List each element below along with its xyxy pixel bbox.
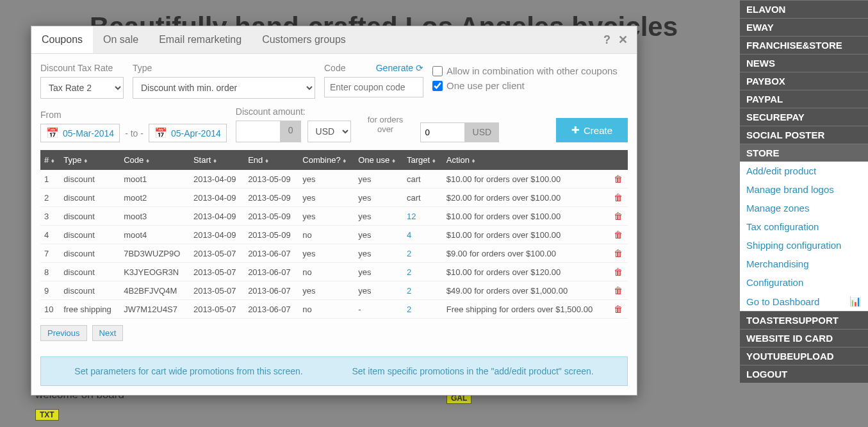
cell-start: 2013-05-07 xyxy=(190,244,244,263)
col-target[interactable]: Target ♦ xyxy=(403,150,443,170)
cell-target[interactable]: 2 xyxy=(403,244,443,263)
sidebar-item-socialposter[interactable]: SOCIAL POSTER xyxy=(740,126,868,144)
allow-combo-check[interactable]: Allow in combination with other coupons xyxy=(432,65,618,76)
sidebar-item-youtubeupload[interactable]: YOUTUBEUPLOAD xyxy=(740,347,868,365)
table-row: 4discountmoot42013-04-092013-05-09noyes4… xyxy=(40,226,628,244)
cell-target[interactable]: 2 xyxy=(403,281,443,300)
sidebar-item-websiteidcard[interactable]: WEBSITE ID CARD xyxy=(740,329,868,347)
amount-input[interactable] xyxy=(236,121,281,142)
sidebar-sub-addeditproduct[interactable]: Add/edit product xyxy=(740,162,868,180)
close-icon[interactable]: ✕ xyxy=(618,33,628,47)
sidebar-item-logout[interactable]: LOGOUT xyxy=(740,365,868,383)
tax-rate-select[interactable]: Tax Rate 2 xyxy=(40,77,124,99)
from-date-input[interactable]: 📅05-Mar-2014 xyxy=(40,124,120,142)
cell-n: 7 xyxy=(40,244,60,263)
sidebar-item-toastersupport[interactable]: TOASTERSUPPORT xyxy=(740,311,868,329)
delete-button[interactable]: 🗑 xyxy=(610,263,628,281)
tab-coupons[interactable]: Coupons xyxy=(31,26,93,53)
sidebar-item-eway[interactable]: EWAY xyxy=(740,18,868,36)
table-row: 7discount7BD3WUZP9O2013-05-072013-06-07y… xyxy=(40,244,628,263)
cell-target[interactable]: 2 xyxy=(403,263,443,281)
cell-one: yes xyxy=(354,188,403,207)
from-label: From xyxy=(40,110,227,120)
type-select[interactable]: Discount with min. order xyxy=(133,77,315,99)
col-end[interactable]: End ♦ xyxy=(244,150,299,170)
tab-email-remarketing[interactable]: Email remarketing xyxy=(149,26,252,53)
col-combine[interactable]: Combine? ♦ xyxy=(299,150,354,170)
cell-target[interactable]: 4 xyxy=(403,226,443,244)
next-button[interactable]: Next xyxy=(92,325,124,341)
col-start[interactable]: Start ♦ xyxy=(190,150,244,170)
cell-n: 3 xyxy=(40,207,60,226)
sidebar-sub-managebrandlogos[interactable]: Manage brand logos xyxy=(740,180,868,199)
cell-type: discount xyxy=(60,281,120,300)
sidebar-sub-taxconfiguration[interactable]: Tax configuration xyxy=(740,217,868,236)
col-action[interactable]: Action ♦ xyxy=(443,150,610,170)
cell-end: 2013-06-07 xyxy=(244,281,299,300)
cell-target: cart xyxy=(403,188,443,207)
cell-start: 2013-05-07 xyxy=(190,300,244,319)
sidebar-sub-configuration[interactable]: Configuration xyxy=(740,273,868,292)
over-input[interactable] xyxy=(420,122,465,142)
cell-type: free shipping xyxy=(60,300,120,319)
delete-button[interactable]: 🗑 xyxy=(610,226,628,244)
create-button[interactable]: ✚Create xyxy=(556,118,628,142)
sidebar-item-securepay[interactable]: SECUREPAY xyxy=(740,108,868,126)
cell-code: 4B2BFJVQ4M xyxy=(120,281,190,300)
prev-button[interactable]: Previous xyxy=(40,325,87,341)
sidebar-sub-gotodashboard[interactable]: Go to Dashboard📊 xyxy=(740,292,868,311)
coupons-dialog: Coupons On sale Email remarketing Custom… xyxy=(31,26,637,396)
cell-target[interactable]: 2 xyxy=(403,300,443,319)
cell-action: $10.00 for orders over $100.00 xyxy=(443,226,610,244)
table-row: 10free shippingJW7M12U4S72013-05-072013-… xyxy=(40,300,628,319)
cell-start: 2013-04-09 xyxy=(190,188,244,207)
col-code[interactable]: Code ♦ xyxy=(120,150,190,170)
delete-button[interactable]: 🗑 xyxy=(610,300,628,319)
to-date-input[interactable]: 📅05-Apr-2014 xyxy=(149,124,227,142)
delete-button[interactable]: 🗑 xyxy=(610,188,628,207)
code-input[interactable] xyxy=(324,77,423,97)
tab-customers-groups[interactable]: Customers groups xyxy=(252,26,356,53)
sidebar-item-paybox[interactable]: PAYBOX xyxy=(740,72,868,90)
help-icon[interactable]: ? xyxy=(603,33,610,47)
cell-start: 2013-05-07 xyxy=(190,263,244,281)
cell-code: moot4 xyxy=(120,226,190,244)
cell-target[interactable]: 12 xyxy=(403,207,443,226)
delete-button[interactable]: 🗑 xyxy=(610,170,628,188)
cell-combine: no xyxy=(299,226,354,244)
cell-end: 2013-05-09 xyxy=(244,170,299,188)
plus-icon: ✚ xyxy=(571,124,580,136)
txt-badge[interactable]: TXT xyxy=(35,409,59,421)
tab-on-sale[interactable]: On sale xyxy=(93,26,149,53)
sidebar-sub-shippingconfiguration[interactable]: Shipping configuration xyxy=(740,236,868,255)
sidebar-sub-managezones[interactable]: Manage zones xyxy=(740,199,868,217)
trash-icon: 🗑 xyxy=(614,230,623,240)
delete-button[interactable]: 🗑 xyxy=(610,207,628,226)
cell-one: yes xyxy=(354,244,403,263)
delete-button[interactable]: 🗑 xyxy=(610,281,628,300)
cell-n: 10 xyxy=(40,300,60,319)
generate-link[interactable]: Generate ⟳ xyxy=(376,63,423,77)
cell-combine: yes xyxy=(299,244,354,263)
col-type[interactable]: Type ♦ xyxy=(60,150,120,170)
cell-target: cart xyxy=(403,170,443,188)
delete-button[interactable]: 🗑 xyxy=(610,244,628,263)
sidebar-item-store[interactable]: STORE xyxy=(740,144,868,162)
col-[interactable]: # ♦ xyxy=(40,150,60,170)
one-use-check[interactable]: One use per client xyxy=(432,80,618,91)
sidebar-sub-merchandising[interactable]: Merchandising xyxy=(740,255,868,273)
cell-n: 1 xyxy=(40,170,60,188)
cell-end: 2013-06-07 xyxy=(244,244,299,263)
sidebar-item-paypal[interactable]: PAYPAL xyxy=(740,90,868,108)
col-oneuse[interactable]: One use ♦ xyxy=(354,150,403,170)
trash-icon: 🗑 xyxy=(614,174,623,184)
currency-select[interactable]: USD xyxy=(307,121,351,142)
sidebar-item-franchisestore[interactable]: FRANCHISE&STORE xyxy=(740,36,868,54)
cell-code: moot1 xyxy=(120,170,190,188)
cell-combine: no xyxy=(299,263,354,281)
cell-code: 7BD3WUZP9O xyxy=(120,244,190,263)
cell-combine: yes xyxy=(299,207,354,226)
sidebar-item-elavon[interactable]: ELAVON xyxy=(740,0,868,18)
sidebar-item-news[interactable]: NEWS xyxy=(740,54,868,72)
cell-action: $49.00 for orders over $1,000.00 xyxy=(443,281,610,300)
